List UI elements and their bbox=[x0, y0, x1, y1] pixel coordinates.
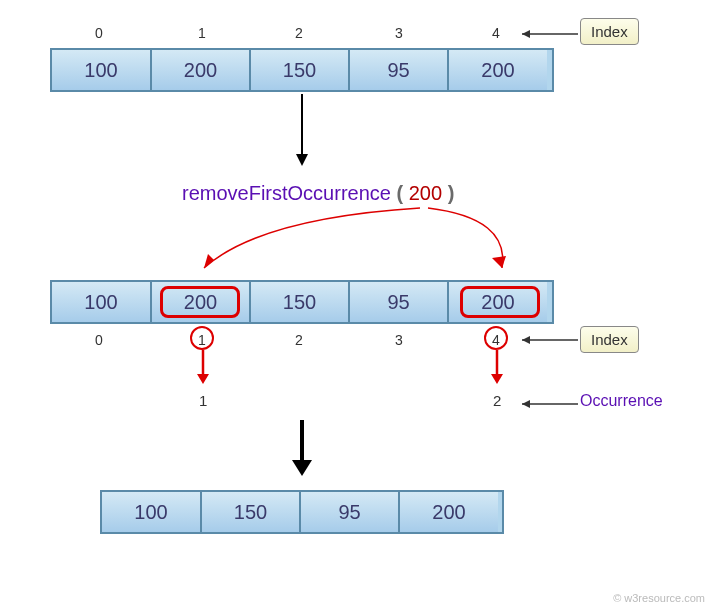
cell: 100 bbox=[102, 492, 201, 532]
svg-marker-13 bbox=[522, 400, 530, 408]
cell: 100 bbox=[52, 282, 151, 322]
cell: 95 bbox=[349, 50, 448, 90]
cell: 150 bbox=[250, 282, 349, 322]
array-original: 100 200 150 95 200 bbox=[50, 48, 554, 92]
svg-marker-3 bbox=[296, 154, 308, 166]
index-0: 0 bbox=[95, 25, 103, 41]
arrow-left-icon bbox=[510, 396, 580, 416]
cell: 150 bbox=[201, 492, 300, 532]
arrow-down-bold-icon bbox=[288, 420, 316, 480]
array-result: 100 150 95 200 bbox=[100, 490, 504, 534]
copyright-text: © w3resource.com bbox=[613, 592, 705, 604]
occurrence-2: 2 bbox=[493, 392, 501, 409]
index-circle bbox=[190, 326, 214, 350]
index-circle bbox=[484, 326, 508, 350]
cell: 200 bbox=[448, 50, 547, 90]
index-2: 2 bbox=[295, 25, 303, 41]
cell: 95 bbox=[349, 282, 448, 322]
match-highlight bbox=[160, 286, 240, 318]
arrow-down-red-icon bbox=[489, 350, 505, 388]
occurrence-label: Occurrence bbox=[580, 392, 663, 410]
cell: 100 bbox=[52, 50, 151, 90]
arrow-left-icon bbox=[510, 332, 580, 352]
svg-marker-7 bbox=[522, 336, 530, 344]
index-3: 3 bbox=[395, 25, 403, 41]
cell: 200 bbox=[151, 50, 250, 90]
arrow-down-red-icon bbox=[195, 350, 211, 388]
index-1: 1 bbox=[198, 25, 206, 41]
match-highlight bbox=[460, 286, 540, 318]
cell: 200 bbox=[399, 492, 498, 532]
index-label-box: Index bbox=[580, 18, 639, 45]
index-0: 0 bbox=[95, 332, 103, 348]
svg-marker-1 bbox=[522, 30, 530, 38]
index-4: 4 bbox=[492, 25, 500, 41]
curved-arrows-icon bbox=[170, 200, 530, 280]
index-3: 3 bbox=[395, 332, 403, 348]
occurrence-1: 1 bbox=[199, 392, 207, 409]
cell: 150 bbox=[250, 50, 349, 90]
index-label-box: Index bbox=[580, 326, 639, 353]
svg-marker-5 bbox=[492, 256, 506, 268]
cell: 95 bbox=[300, 492, 399, 532]
arrow-left-icon bbox=[510, 26, 580, 46]
svg-marker-11 bbox=[491, 374, 503, 384]
svg-marker-9 bbox=[197, 374, 209, 384]
svg-marker-15 bbox=[292, 460, 312, 476]
arrow-down-icon bbox=[292, 94, 312, 170]
svg-marker-4 bbox=[204, 254, 214, 268]
index-2: 2 bbox=[295, 332, 303, 348]
